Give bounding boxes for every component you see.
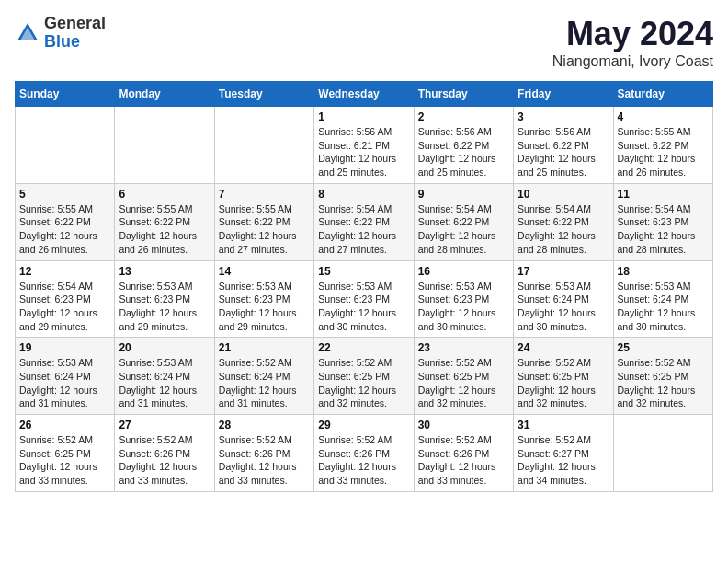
day-detail: Sunrise: 5:52 AM Sunset: 6:26 PM Dayligh… [119, 433, 210, 488]
day-detail: Sunrise: 5:52 AM Sunset: 6:25 PM Dayligh… [318, 356, 409, 410]
day-detail: Sunrise: 5:53 AM Sunset: 6:23 PM Dayligh… [418, 280, 509, 334]
day-number: 5 [19, 188, 110, 201]
calendar-cell: 6Sunrise: 5:55 AM Sunset: 6:22 PM Daylig… [115, 183, 214, 260]
calendar-cell: 18Sunrise: 5:53 AM Sunset: 6:24 PM Dayli… [613, 260, 712, 338]
calendar-cell [115, 107, 214, 184]
day-number: 20 [119, 341, 210, 354]
calendar-cell: 23Sunrise: 5:52 AM Sunset: 6:25 PM Dayli… [414, 338, 513, 415]
day-detail: Sunrise: 5:52 AM Sunset: 6:26 PM Dayligh… [418, 433, 509, 488]
day-number: 10 [518, 188, 609, 201]
day-number: 7 [219, 188, 310, 201]
day-number: 25 [618, 341, 709, 354]
day-detail: Sunrise: 5:54 AM Sunset: 6:23 PM Dayligh… [618, 202, 709, 257]
calendar-cell: 14Sunrise: 5:53 AM Sunset: 6:23 PM Dayli… [214, 260, 313, 338]
day-detail: Sunrise: 5:54 AM Sunset: 6:22 PM Dayligh… [318, 202, 409, 257]
calendar-header-row: SundayMondayTuesdayWednesdayThursdayFrid… [16, 82, 713, 107]
day-detail: Sunrise: 5:52 AM Sunset: 6:24 PM Dayligh… [219, 356, 310, 410]
day-detail: Sunrise: 5:54 AM Sunset: 6:22 PM Dayligh… [418, 202, 509, 257]
calendar-week-row: 5Sunrise: 5:55 AM Sunset: 6:22 PM Daylig… [16, 183, 713, 260]
calendar-cell: 7Sunrise: 5:55 AM Sunset: 6:22 PM Daylig… [214, 183, 313, 260]
day-number: 6 [119, 188, 210, 201]
day-detail: Sunrise: 5:53 AM Sunset: 6:23 PM Dayligh… [318, 280, 409, 334]
calendar-week-row: 19Sunrise: 5:53 AM Sunset: 6:24 PM Dayli… [16, 338, 713, 415]
day-number: 30 [418, 419, 509, 431]
weekday-header-friday: Friday [514, 82, 613, 107]
weekday-header-monday: Monday [115, 82, 214, 107]
day-detail: Sunrise: 5:55 AM Sunset: 6:22 PM Dayligh… [219, 202, 310, 257]
day-number: 23 [418, 341, 509, 354]
day-number: 9 [418, 188, 509, 201]
day-detail: Sunrise: 5:52 AM Sunset: 6:26 PM Dayligh… [219, 433, 310, 488]
day-number: 8 [318, 188, 409, 201]
day-detail: Sunrise: 5:53 AM Sunset: 6:23 PM Dayligh… [119, 280, 210, 334]
calendar-cell: 21Sunrise: 5:52 AM Sunset: 6:24 PM Dayli… [214, 338, 313, 415]
calendar-cell: 24Sunrise: 5:52 AM Sunset: 6:25 PM Dayli… [514, 338, 613, 415]
calendar-cell: 10Sunrise: 5:54 AM Sunset: 6:22 PM Dayli… [514, 183, 613, 260]
calendar-cell: 26Sunrise: 5:52 AM Sunset: 6:25 PM Dayli… [16, 415, 115, 492]
day-detail: Sunrise: 5:53 AM Sunset: 6:24 PM Dayligh… [618, 280, 709, 334]
day-number: 16 [418, 265, 509, 278]
day-number: 14 [219, 265, 310, 278]
calendar-cell: 25Sunrise: 5:52 AM Sunset: 6:25 PM Dayli… [613, 338, 712, 415]
title-block: May 2024 Niangomani, Ivory Coast [552, 15, 713, 70]
calendar-cell: 15Sunrise: 5:53 AM Sunset: 6:23 PM Dayli… [314, 260, 414, 338]
calendar-cell [613, 415, 712, 492]
day-number: 18 [618, 265, 709, 278]
calendar-cell: 4Sunrise: 5:55 AM Sunset: 6:22 PM Daylig… [613, 107, 712, 184]
day-number: 29 [318, 419, 409, 431]
calendar-cell: 9Sunrise: 5:54 AM Sunset: 6:22 PM Daylig… [414, 183, 513, 260]
day-number: 24 [518, 341, 609, 354]
day-detail: Sunrise: 5:56 AM Sunset: 6:21 PM Dayligh… [318, 125, 409, 179]
day-detail: Sunrise: 5:53 AM Sunset: 6:23 PM Dayligh… [219, 280, 310, 334]
weekday-header-sunday: Sunday [16, 82, 115, 107]
day-detail: Sunrise: 5:53 AM Sunset: 6:24 PM Dayligh… [19, 356, 110, 410]
calendar-cell: 31Sunrise: 5:52 AM Sunset: 6:27 PM Dayli… [514, 415, 613, 492]
day-detail: Sunrise: 5:55 AM Sunset: 6:22 PM Dayligh… [618, 125, 709, 179]
calendar-cell: 30Sunrise: 5:52 AM Sunset: 6:26 PM Dayli… [414, 415, 513, 492]
day-number: 28 [219, 419, 310, 431]
day-detail: Sunrise: 5:52 AM Sunset: 6:25 PM Dayligh… [418, 356, 509, 410]
title-location: Niangomani, Ivory Coast [552, 53, 713, 70]
day-detail: Sunrise: 5:54 AM Sunset: 6:22 PM Dayligh… [518, 202, 609, 257]
day-number: 26 [19, 419, 110, 431]
calendar-cell: 13Sunrise: 5:53 AM Sunset: 6:23 PM Dayli… [115, 260, 214, 338]
calendar-cell: 5Sunrise: 5:55 AM Sunset: 6:22 PM Daylig… [16, 183, 115, 260]
calendar-week-row: 12Sunrise: 5:54 AM Sunset: 6:23 PM Dayli… [16, 260, 713, 338]
day-number: 17 [518, 265, 609, 278]
calendar-cell: 1Sunrise: 5:56 AM Sunset: 6:21 PM Daylig… [314, 107, 414, 184]
day-detail: Sunrise: 5:52 AM Sunset: 6:27 PM Dayligh… [518, 433, 609, 488]
calendar-cell: 28Sunrise: 5:52 AM Sunset: 6:26 PM Dayli… [214, 415, 313, 492]
calendar-cell [16, 107, 115, 184]
day-number: 13 [119, 265, 210, 278]
day-number: 27 [119, 419, 210, 431]
day-number: 2 [418, 110, 509, 123]
title-month: May 2024 [552, 15, 713, 53]
weekday-header-wednesday: Wednesday [314, 82, 414, 107]
calendar-cell: 2Sunrise: 5:56 AM Sunset: 6:22 PM Daylig… [414, 107, 513, 184]
weekday-header-saturday: Saturday [613, 82, 712, 107]
day-detail: Sunrise: 5:52 AM Sunset: 6:26 PM Dayligh… [318, 433, 409, 488]
weekday-header-thursday: Thursday [414, 82, 513, 107]
day-detail: Sunrise: 5:56 AM Sunset: 6:22 PM Dayligh… [418, 125, 509, 179]
day-number: 19 [19, 341, 110, 354]
logo-icon [15, 20, 40, 46]
day-number: 1 [318, 110, 409, 123]
day-number: 3 [518, 110, 609, 123]
day-detail: Sunrise: 5:52 AM Sunset: 6:25 PM Dayligh… [19, 433, 110, 488]
calendar: SundayMondayTuesdayWednesdayThursdayFrid… [15, 81, 713, 492]
day-number: 11 [618, 188, 709, 201]
calendar-cell: 29Sunrise: 5:52 AM Sunset: 6:26 PM Dayli… [314, 415, 414, 492]
day-number: 4 [618, 110, 709, 123]
page-header: General Blue May 2024 Niangomani, Ivory … [15, 15, 713, 70]
logo-text: General Blue [44, 15, 106, 52]
logo-general: General [44, 15, 106, 33]
calendar-cell: 17Sunrise: 5:53 AM Sunset: 6:24 PM Dayli… [514, 260, 613, 338]
calendar-cell: 27Sunrise: 5:52 AM Sunset: 6:26 PM Dayli… [115, 415, 214, 492]
logo-blue: Blue [44, 33, 106, 52]
day-detail: Sunrise: 5:52 AM Sunset: 6:25 PM Dayligh… [618, 356, 709, 410]
day-number: 22 [318, 341, 409, 354]
calendar-cell: 8Sunrise: 5:54 AM Sunset: 6:22 PM Daylig… [314, 183, 414, 260]
day-detail: Sunrise: 5:53 AM Sunset: 6:24 PM Dayligh… [119, 356, 210, 410]
day-number: 15 [318, 265, 409, 278]
calendar-cell: 22Sunrise: 5:52 AM Sunset: 6:25 PM Dayli… [314, 338, 414, 415]
